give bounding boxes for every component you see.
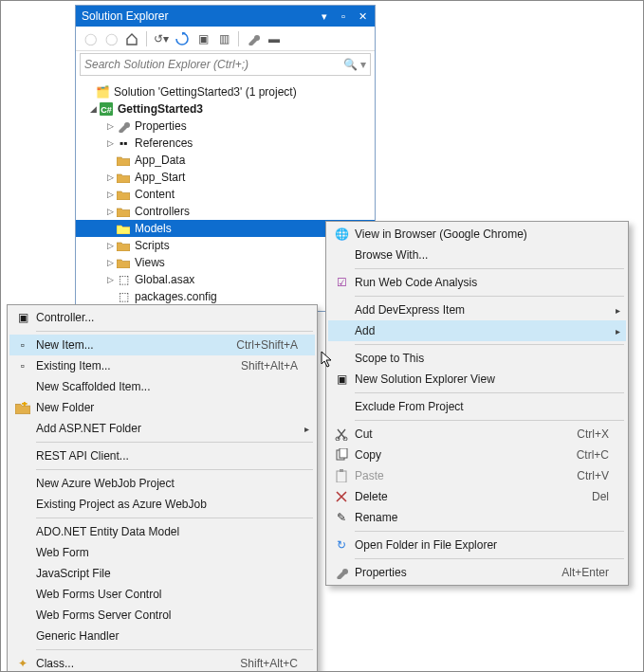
class-icon: ✦ [9,657,36,670]
tree-item-controllers[interactable]: Controllers [83,203,375,220]
menu-label: Add DevExpress Item [355,303,615,317]
tree-item-appdata[interactable]: App_Data [83,152,375,169]
refresh-icon[interactable] [174,30,191,47]
menu-properties[interactable]: Properties Alt+Enter [328,562,626,583]
tree-label: packages.config [135,288,217,305]
menu-label: Web Form [36,546,304,559]
home-icon[interactable] [123,30,140,47]
asax-icon: ⬚ [116,272,131,287]
controller-icon: ▣ [9,311,36,324]
menu-controller[interactable]: ▣ Controller... [9,307,315,328]
dropdown-icon[interactable]: ▾ [316,8,333,25]
pin-icon[interactable]: ▫ [335,8,352,25]
menu-azure-new[interactable]: New Azure WebJob Project [9,473,315,494]
menu-new-folder[interactable]: New Folder [9,397,315,418]
menu-generic[interactable]: Generic Handler [9,626,315,646]
menu-new-item[interactable]: ▫ New Item... Ctrl+Shift+A [9,335,315,355]
folder-icon [116,153,131,168]
menu-add[interactable]: Add [328,320,626,341]
menu-label: Run Web Code Analysis [355,276,615,289]
expander-icon[interactable] [104,135,116,152]
tree-label: Global.asax [135,271,194,288]
solution-icon: 🗂️ [95,84,110,100]
csharp-project-icon [99,101,114,117]
expander-icon[interactable] [104,186,116,203]
menu-rename[interactable]: ✎ Rename [328,507,626,528]
menu-scope[interactable]: Scope to This [328,348,626,369]
menu-label: Paste [355,469,577,482]
menu-view-browser[interactable]: 🌐 View in Browser (Google Chrome) [328,224,626,245]
tree-item-references[interactable]: ▪▪ References [83,135,375,152]
menu-new-view[interactable]: ▣ New Solution Explorer View [328,369,626,390]
close-icon[interactable]: ✕ [354,8,371,25]
expander-icon[interactable] [87,100,99,118]
menu-delete[interactable]: Delete Del [328,486,626,507]
menu-existing-item[interactable]: ▫ Existing Item... Shift+Alt+A [9,355,315,376]
expander-icon[interactable] [104,118,116,135]
tree-item-properties[interactable]: Properties [83,118,375,135]
folder-icon [116,255,131,270]
menu-cut[interactable]: Cut Ctrl+X [328,424,626,445]
expander-icon[interactable] [104,271,116,288]
menu-label: New Solution Explorer View [355,372,615,386]
menu-webform[interactable]: Web Form [9,542,315,563]
menu-label: View in Browser (Google Chrome) [355,227,615,241]
cut-icon [328,427,355,441]
add-submenu: ▣ Controller... ▫ New Item... Ctrl+Shift… [7,304,318,672]
tree-item-content[interactable]: Content [83,186,375,203]
folder-icon [116,238,131,253]
menu-label: Add [355,324,615,337]
menu-js[interactable]: JavaScript File [9,563,315,584]
new-item-icon: ▫ [9,338,36,352]
wrench-icon [116,118,131,134]
menu-wf-user[interactable]: Web Forms User Control [9,584,315,605]
tree-item-appstart[interactable]: App_Start [83,169,375,186]
window-icon: ▣ [328,372,355,386]
tree-label: Views [135,254,165,271]
menu-label: Exclude From Project [355,400,615,413]
forward-icon[interactable]: ◯ [102,30,120,47]
delete-icon [328,490,355,503]
collapse-icon[interactable]: ▣ [194,30,212,47]
shortcut: Alt+Enter [561,566,615,579]
show-all-icon[interactable]: ▥ [215,30,232,47]
solution-node[interactable]: 🗂️ Solution 'GettingStarted3' (1 project… [83,83,375,100]
expander-icon[interactable] [104,237,116,254]
folder-icon [116,204,131,219]
menu-open-folder[interactable]: ↻ Open Folder in File Explorer [328,535,626,555]
view-icon[interactable]: ▬ [266,30,283,47]
existing-item-icon: ▫ [9,359,36,372]
menu-asp-folder[interactable]: Add ASP.NET Folder [9,418,315,439]
menu-add-devexpress[interactable]: Add DevExpress Item [328,300,626,320]
expander-icon[interactable] [104,203,116,220]
title-bar: Solution Explorer ▾ ▫ ✕ [76,6,375,27]
menu-label: New Folder [36,401,304,414]
shortcut: Ctrl+X [577,427,615,441]
menu-scaffold[interactable]: New Scaffolded Item... [9,376,315,397]
search-box[interactable]: Search Solution Explorer (Ctrl+;) 🔍 ▾ [80,53,371,76]
toolbar: ◯ ◯ ↺▾ ▣ ▥ ▬ [76,27,375,51]
menu-class[interactable]: ✦ Class... Shift+Alt+C [9,653,315,672]
folder-add-icon [9,402,36,414]
search-icon: 🔍 ▾ [343,58,366,71]
menu-rest[interactable]: REST API Client... [9,445,315,466]
menu-browse-with[interactable]: Browse With... [328,245,626,265]
menu-wf-server[interactable]: Web Forms Server Control [9,605,315,626]
menu-copy[interactable]: Copy Ctrl+C [328,445,626,465]
menu-label: REST API Client... [36,449,304,463]
menu-azure-existing[interactable]: Existing Project as Azure WebJob [9,494,315,515]
expander-icon[interactable] [104,254,116,271]
rename-icon: ✎ [328,511,355,524]
back-icon[interactable]: ◯ [82,30,99,47]
menu-label: Properties [355,566,561,579]
project-node[interactable]: GettingStarted3 [83,100,375,118]
tree-label: Content [135,186,175,203]
history-icon[interactable]: ↺▾ [153,30,170,47]
menu-ado[interactable]: ADO.NET Entity Data Model [9,521,315,542]
properties-icon[interactable] [245,30,262,47]
tree-label: Controllers [135,203,190,220]
menu-run-analysis[interactable]: ☑ Run Web Code Analysis [328,272,626,293]
expander-icon[interactable] [104,169,116,186]
menu-exclude[interactable]: Exclude From Project [328,396,626,417]
folder-icon [116,187,131,202]
